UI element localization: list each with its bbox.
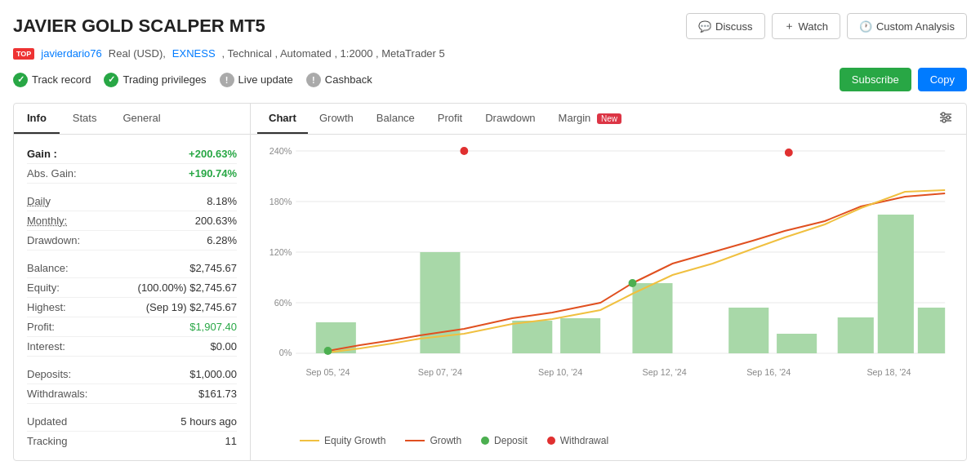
svg-point-3 bbox=[942, 113, 945, 116]
svg-point-5 bbox=[942, 119, 946, 122]
info-icon-live: ! bbox=[220, 73, 234, 87]
svg-text:240%: 240% bbox=[270, 146, 292, 156]
clock-icon: 🕐 bbox=[859, 20, 872, 33]
broker-link[interactable]: EXNESS bbox=[172, 47, 216, 60]
new-badge: New bbox=[597, 113, 621, 124]
deposits-row: Deposits: $1,000.00 bbox=[27, 365, 237, 384]
svg-point-4 bbox=[947, 116, 950, 119]
tab-general[interactable]: General bbox=[109, 104, 173, 134]
watch-icon: ＋ bbox=[784, 19, 795, 33]
withdrawal-dot-1 bbox=[460, 147, 468, 155]
highest-value: (Sep 19) $2,745.67 bbox=[146, 301, 237, 313]
svg-text:180%: 180% bbox=[270, 197, 292, 206]
gain-row: Gain : +200.63% bbox=[27, 144, 237, 164]
gain-value: +200.63% bbox=[189, 148, 237, 160]
chart-svg: 240% 180% 120% 60% 0% bbox=[264, 143, 953, 396]
meta-details: Real (USD), bbox=[109, 47, 166, 60]
info-content: Gain : +200.63% Abs. Gain: +190.74% Dail… bbox=[14, 135, 250, 460]
main-panel: Info Stats General Gain : +200.63% Abs. … bbox=[13, 103, 967, 461]
withdrawals-row: Withdrawals: $161.73 bbox=[27, 384, 237, 404]
legend-withdrawal: Withdrawal bbox=[547, 435, 608, 446]
equity-value: (100.00%) $2,745.67 bbox=[138, 282, 237, 294]
growth-line-legend bbox=[405, 440, 425, 441]
drawdown-value: 6.28% bbox=[207, 234, 237, 246]
tab-profit[interactable]: Profit bbox=[426, 104, 474, 134]
tab-info[interactable]: Info bbox=[14, 104, 60, 134]
balance-label: Balance: bbox=[27, 262, 69, 274]
bar-sep18c bbox=[918, 308, 945, 353]
page-title: JAVIER GOLD SCALPER MT5 bbox=[13, 16, 265, 37]
daily-value: 8.18% bbox=[207, 195, 237, 207]
updated-row: Updated 5 hours ago bbox=[27, 412, 237, 432]
subscribe-button[interactable]: Subscribe bbox=[840, 68, 911, 91]
badge-track-record: ✓ Track record bbox=[13, 73, 91, 87]
deposit-dot-2 bbox=[629, 279, 637, 287]
interest-row: Interest: $0.00 bbox=[27, 337, 237, 357]
username-link[interactable]: javierdario76 bbox=[41, 47, 101, 60]
abs-gain-label: Abs. Gain: bbox=[27, 167, 77, 180]
svg-text:Sep 18, '24: Sep 18, '24 bbox=[866, 367, 911, 377]
check-icon-trading: ✓ bbox=[104, 73, 118, 87]
deposits-value: $1,000.00 bbox=[189, 368, 237, 380]
updated-label: Updated bbox=[27, 415, 67, 428]
svg-text:Sep 05, '24: Sep 05, '24 bbox=[305, 367, 350, 377]
legend-deposit: Deposit bbox=[481, 435, 528, 446]
chart-legend: Equity Growth Growth Deposit Withdrawal bbox=[251, 428, 966, 453]
bar-sep18a bbox=[838, 317, 874, 353]
interest-label: Interest: bbox=[27, 340, 65, 352]
tracking-value: 11 bbox=[225, 435, 237, 447]
discuss-button[interactable]: 💬 Discuss bbox=[686, 13, 765, 39]
equity-growth-line-legend bbox=[300, 440, 319, 441]
svg-text:Sep 12, '24: Sep 12, '24 bbox=[643, 367, 687, 377]
equity-label: Equity: bbox=[27, 282, 60, 294]
left-panel: Info Stats General Gain : +200.63% Abs. … bbox=[14, 104, 251, 460]
daily-label: Daily bbox=[27, 195, 51, 207]
daily-row: Daily 8.18% bbox=[27, 192, 237, 211]
top-logo: TOP bbox=[13, 48, 34, 60]
badge-live-update: ! Live update bbox=[220, 73, 293, 87]
legend-equity-growth: Equity Growth bbox=[300, 435, 385, 446]
right-panel: Chart Growth Balance Profit Drawdown Mar… bbox=[251, 104, 966, 460]
tracking-row: Tracking 11 bbox=[27, 432, 237, 450]
svg-text:120%: 120% bbox=[270, 247, 292, 257]
check-icon-track: ✓ bbox=[13, 73, 28, 87]
tab-growth[interactable]: Growth bbox=[308, 104, 365, 134]
info-icon-cashback: ! bbox=[306, 73, 321, 87]
tab-drawdown[interactable]: Drawdown bbox=[474, 104, 546, 134]
tab-margin[interactable]: Margin New bbox=[547, 104, 633, 134]
badge-trading-privileges: ✓ Trading privileges bbox=[104, 73, 206, 87]
deposit-dot-legend bbox=[481, 437, 489, 445]
meta-rest: , Technical , Automated , 1:2000 , MetaT… bbox=[222, 47, 445, 60]
svg-text:Sep 07, '24: Sep 07, '24 bbox=[418, 367, 462, 377]
copy-button[interactable]: Copy bbox=[918, 68, 967, 91]
drawdown-row: Drawdown: 6.28% bbox=[27, 231, 237, 251]
deposit-dot-1 bbox=[324, 347, 332, 355]
interest-value: $0.00 bbox=[210, 340, 237, 352]
bar-sep10a bbox=[512, 321, 552, 353]
withdrawal-dot-2 bbox=[785, 149, 793, 157]
updated-value: 5 hours ago bbox=[180, 415, 237, 428]
bar-sep10b bbox=[560, 318, 600, 353]
tab-chart[interactable]: Chart bbox=[257, 104, 308, 134]
settings-icon[interactable] bbox=[932, 104, 960, 134]
custom-analysis-button[interactable]: 🕐 Custom Analysis bbox=[847, 13, 967, 39]
watch-button[interactable]: ＋ Watch bbox=[772, 13, 840, 39]
tab-stats[interactable]: Stats bbox=[60, 104, 110, 134]
subscribe-copy-group: Subscribe Copy bbox=[840, 68, 967, 91]
profit-row: Profit: $1,907.40 bbox=[27, 317, 237, 337]
gain-label: Gain : bbox=[27, 148, 57, 160]
badges-row: ✓ Track record ✓ Trading privileges ! Li… bbox=[13, 68, 967, 91]
bar-sep18b bbox=[878, 215, 914, 353]
bar-sep16a bbox=[728, 308, 768, 353]
withdrawal-dot-legend bbox=[547, 437, 555, 445]
chart-area: 240% 180% 120% 60% 0% bbox=[251, 135, 966, 428]
tracking-label: Tracking bbox=[27, 435, 67, 447]
legend-growth: Growth bbox=[405, 435, 461, 446]
drawdown-label: Drawdown: bbox=[27, 234, 80, 246]
left-tabs: Info Stats General bbox=[14, 104, 250, 135]
highest-row: Highest: (Sep 19) $2,745.67 bbox=[27, 298, 237, 317]
monthly-value: 200.63% bbox=[195, 215, 237, 227]
monthly-row: Monthly: 200.63% bbox=[27, 211, 237, 231]
balance-row: Balance: $2,745.67 bbox=[27, 259, 237, 278]
tab-balance[interactable]: Balance bbox=[365, 104, 426, 134]
